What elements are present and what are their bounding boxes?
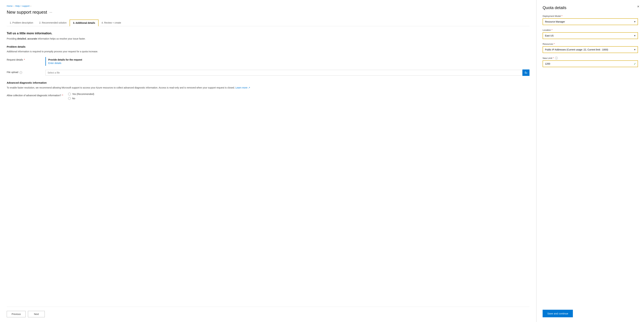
diagnostic-collection-row: Allow collection of advanced diagnostic … [7, 93, 530, 100]
previous-button[interactable]: Previous [7, 311, 26, 317]
wizard-step-3[interactable]: 3. Additional details [70, 20, 98, 26]
new-limit-label: New Limit * i [542, 57, 638, 59]
breadcrumb-home[interactable]: Home [7, 5, 12, 7]
intro-text: Providing detailed, accurate information… [7, 37, 530, 41]
panel-title: Quota details [542, 6, 638, 10]
deployment-required: * [562, 15, 562, 17]
breadcrumb-parent[interactable]: Help + support [15, 5, 30, 7]
radio-yes-input[interactable] [68, 93, 71, 95]
wizard-steps: 1. Problem description 2. Recommended so… [7, 20, 530, 26]
request-details-title: Provide details for the request [48, 58, 527, 61]
wizard-step-1[interactable]: 1. Problem description [7, 20, 36, 26]
new-limit-required: * [553, 57, 554, 59]
advanced-description: To enable faster resolution, we recommen… [7, 86, 530, 90]
deployment-model-wrapper: Resource Manager Classic ▼ [542, 18, 638, 25]
advanced-section: Advanced diagnostic information To enabl… [7, 81, 530, 103]
file-upload-row: File upload i [7, 70, 530, 76]
problem-details-heading: Problem details [7, 45, 530, 48]
radio-group: Yes (Recommended) No [68, 93, 530, 100]
wizard-step-2[interactable]: 2. Recommended solution [36, 20, 70, 26]
request-details-required: * [24, 58, 25, 61]
page-title: New support request [7, 10, 47, 15]
new-limit-group: New Limit * i ✓ [542, 57, 638, 67]
resources-select[interactable]: Public IP Addresses (Current usage: 22, … [542, 46, 638, 53]
radio-no-input[interactable] [68, 97, 71, 100]
request-details-label: Request details * [7, 57, 40, 61]
page-title-row: New support request ··· [7, 10, 530, 15]
breadcrumb-sep2: › [30, 5, 31, 7]
radio-no[interactable]: No [68, 97, 530, 100]
right-panel: Quota details × Deployment Model * Resou… [536, 0, 644, 322]
enter-details-link[interactable]: Enter details [48, 62, 61, 65]
spacer [542, 71, 638, 310]
deployment-model-label: Deployment Model * [542, 15, 638, 17]
request-details-row: Request details * Provide details for th… [7, 57, 530, 66]
resources-wrapper: Public IP Addresses (Current usage: 22, … [542, 46, 638, 53]
learn-more-link[interactable]: Learn more ↗ [236, 86, 250, 89]
save-continue-button[interactable]: Save and continue [542, 310, 573, 317]
location-required: * [552, 29, 552, 31]
resources-required: * [554, 43, 554, 45]
new-limit-info-icon[interactable]: i [555, 57, 558, 59]
file-upload-field [46, 70, 530, 76]
diagnostic-collection-label: Allow collection of advanced diagnostic … [7, 93, 63, 97]
svg-rect-1 [525, 72, 526, 73]
file-upload-input-row [46, 70, 530, 76]
wizard-step-4[interactable]: 4. Review + create [98, 20, 124, 26]
location-group: Location * East US West US West Europe E… [542, 29, 638, 39]
file-upload-label: File upload i [7, 70, 40, 74]
breadcrumb-sep1: › [14, 5, 14, 7]
page-title-menu[interactable]: ··· [50, 10, 52, 14]
diagnostic-required: * [62, 94, 63, 97]
request-details-box: Provide details for the request Enter de… [46, 57, 530, 66]
file-upload-input[interactable] [46, 70, 522, 76]
bottom-bar: Previous Next [7, 307, 530, 317]
deployment-model-group: Deployment Model * Resource Manager Clas… [542, 15, 638, 25]
intro-title: Tell us a little more information. [7, 32, 530, 35]
breadcrumb: Home › Help + support › [7, 5, 530, 7]
next-button[interactable]: Next [28, 311, 45, 317]
location-wrapper: East US West US West Europe East Asia ▼ [542, 32, 638, 39]
new-limit-wrapper: ✓ [542, 60, 638, 67]
radio-yes[interactable]: Yes (Recommended) [68, 93, 530, 95]
location-select[interactable]: East US West US West Europe East Asia [542, 32, 638, 39]
resources-label: Resources * [542, 43, 638, 45]
left-panel: Home › Help + support › New support requ… [0, 0, 536, 322]
close-button[interactable]: × [637, 5, 639, 9]
diagnostic-options: Yes (Recommended) No [68, 93, 530, 100]
resources-group: Resources * Public IP Addresses (Current… [542, 43, 638, 53]
advanced-heading: Advanced diagnostic information [7, 81, 530, 84]
file-upload-info-icon[interactable]: i [20, 71, 22, 74]
new-limit-input[interactable] [542, 60, 638, 67]
location-label: Location * [542, 29, 638, 31]
request-details-field: Provide details for the request Enter de… [46, 57, 530, 66]
file-upload-button[interactable] [522, 70, 530, 76]
deployment-model-select[interactable]: Resource Manager Classic [542, 18, 638, 25]
problem-details-description: Additional information is required to pr… [7, 50, 530, 53]
